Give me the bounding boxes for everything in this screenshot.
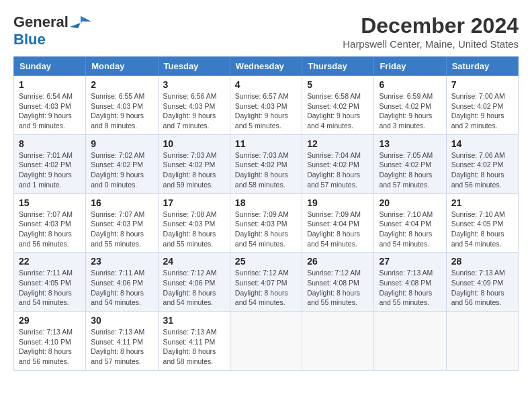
day-info: Sunrise: 7:11 AMSunset: 4:06 PMDaylight:… [91,268,152,308]
calendar-week-1: 1Sunrise: 6:54 AMSunset: 4:03 PMDaylight… [14,76,519,135]
calendar-cell: 17Sunrise: 7:08 AMSunset: 4:03 PMDayligh… [158,193,230,253]
calendar-cell: 20Sunrise: 7:10 AMSunset: 4:04 PMDayligh… [374,193,446,253]
calendar-cell [230,312,302,371]
bird-icon [70,15,91,30]
day-number: 14 [451,138,513,149]
calendar-cell [374,312,446,371]
calendar-cell: 8Sunrise: 7:01 AMSunset: 4:02 PMDaylight… [14,134,86,193]
calendar-cell: 24Sunrise: 7:12 AMSunset: 4:06 PMDayligh… [158,253,230,312]
day-info: Sunrise: 7:03 AMSunset: 4:02 PMDaylight:… [235,150,297,190]
weekday-header-saturday: Saturday [446,57,518,76]
weekday-header-friday: Friday [374,57,446,76]
day-number: 13 [379,138,441,149]
day-number: 18 [235,197,297,208]
day-number: 19 [307,197,369,208]
day-info: Sunrise: 7:13 AMSunset: 4:11 PMDaylight:… [91,327,152,367]
day-number: 25 [235,256,297,267]
weekday-header-tuesday: Tuesday [158,57,230,76]
calendar-cell: 4Sunrise: 6:57 AMSunset: 4:03 PMDaylight… [230,76,302,135]
day-number: 1 [19,79,81,90]
calendar-cell: 27Sunrise: 7:13 AMSunset: 4:08 PMDayligh… [374,253,446,312]
day-info: Sunrise: 7:12 AMSunset: 4:07 PMDaylight:… [235,268,297,308]
calendar-week-4: 22Sunrise: 7:11 AMSunset: 4:05 PMDayligh… [14,253,519,312]
day-number: 21 [451,197,513,208]
day-number: 3 [163,79,225,90]
month-title: December 2024 [343,13,519,38]
calendar-week-3: 15Sunrise: 7:07 AMSunset: 4:03 PMDayligh… [14,193,519,253]
calendar-cell: 10Sunrise: 7:03 AMSunset: 4:02 PMDayligh… [158,134,230,193]
weekday-header-wednesday: Wednesday [230,57,302,76]
day-info: Sunrise: 7:07 AMSunset: 4:03 PMDaylight:… [19,210,81,249]
calendar-cell: 29Sunrise: 7:13 AMSunset: 4:10 PMDayligh… [14,312,86,371]
day-info: Sunrise: 7:10 AMSunset: 4:04 PMDaylight:… [379,210,441,249]
day-info: Sunrise: 6:57 AMSunset: 4:03 PMDaylight:… [235,91,297,131]
day-info: Sunrise: 6:56 AMSunset: 4:03 PMDaylight:… [163,91,225,131]
calendar-cell: 13Sunrise: 7:05 AMSunset: 4:02 PMDayligh… [374,134,446,193]
day-info: Sunrise: 7:12 AMSunset: 4:06 PMDaylight:… [163,268,225,308]
day-number: 24 [163,256,225,267]
day-number: 12 [307,138,369,149]
calendar-cell: 16Sunrise: 7:07 AMSunset: 4:03 PMDayligh… [86,193,158,253]
day-info: Sunrise: 7:06 AMSunset: 4:02 PMDaylight:… [451,150,513,190]
day-info: Sunrise: 7:01 AMSunset: 4:02 PMDaylight:… [19,150,81,190]
day-number: 31 [163,315,225,326]
day-info: Sunrise: 7:03 AMSunset: 4:02 PMDaylight:… [163,150,225,190]
day-number: 7 [451,79,513,90]
day-number: 5 [307,79,369,90]
calendar-cell: 31Sunrise: 7:13 AMSunset: 4:11 PMDayligh… [158,312,230,371]
svg-marker-2 [70,23,81,28]
calendar-cell: 5Sunrise: 6:58 AMSunset: 4:02 PMDaylight… [302,76,374,135]
title-section: December 2024 Harpswell Center, Maine, U… [343,13,519,50]
day-number: 4 [235,79,297,90]
day-info: Sunrise: 6:59 AMSunset: 4:02 PMDaylight:… [379,91,441,131]
calendar-cell: 6Sunrise: 6:59 AMSunset: 4:02 PMDaylight… [374,76,446,135]
day-info: Sunrise: 7:09 AMSunset: 4:03 PMDaylight:… [235,210,297,249]
day-number: 16 [91,197,152,208]
weekday-header-monday: Monday [86,57,158,76]
calendar-cell: 26Sunrise: 7:12 AMSunset: 4:08 PMDayligh… [302,253,374,312]
day-number: 28 [451,256,513,267]
calendar-cell: 3Sunrise: 6:56 AMSunset: 4:03 PMDaylight… [158,76,230,135]
calendar-cell: 30Sunrise: 7:13 AMSunset: 4:11 PMDayligh… [86,312,158,371]
calendar-cell: 22Sunrise: 7:11 AMSunset: 4:05 PMDayligh… [14,253,86,312]
day-info: Sunrise: 7:13 AMSunset: 4:11 PMDaylight:… [163,327,225,367]
day-info: Sunrise: 6:55 AMSunset: 4:03 PMDaylight:… [91,91,152,131]
day-info: Sunrise: 7:04 AMSunset: 4:02 PMDaylight:… [307,150,369,190]
day-number: 8 [19,138,81,149]
day-number: 15 [19,197,81,208]
weekday-header-thursday: Thursday [302,57,374,76]
page-header: General Blue December 2024 Harpswell Cen… [13,13,519,50]
day-number: 29 [19,315,81,326]
day-info: Sunrise: 7:09 AMSunset: 4:04 PMDaylight:… [307,210,369,249]
day-info: Sunrise: 7:13 AMSunset: 4:09 PMDaylight:… [451,268,513,308]
location-subtitle: Harpswell Center, Maine, United States [343,38,519,50]
calendar-cell: 28Sunrise: 7:13 AMSunset: 4:09 PMDayligh… [446,253,518,312]
logo-blue-text: Blue [13,31,46,48]
day-info: Sunrise: 7:12 AMSunset: 4:08 PMDaylight:… [307,268,369,308]
logo: General Blue [13,13,91,48]
day-info: Sunrise: 7:00 AMSunset: 4:02 PMDaylight:… [451,91,513,131]
day-number: 20 [379,197,441,208]
calendar-cell [446,312,518,371]
calendar-cell: 2Sunrise: 6:55 AMSunset: 4:03 PMDaylight… [86,76,158,135]
day-number: 11 [235,138,297,149]
calendar-week-5: 29Sunrise: 7:13 AMSunset: 4:10 PMDayligh… [14,312,519,371]
day-number: 27 [379,256,441,267]
calendar-cell: 25Sunrise: 7:12 AMSunset: 4:07 PMDayligh… [230,253,302,312]
day-info: Sunrise: 7:02 AMSunset: 4:02 PMDaylight:… [91,150,152,190]
day-number: 17 [163,197,225,208]
day-number: 22 [19,256,81,267]
calendar-cell [302,312,374,371]
day-info: Sunrise: 7:11 AMSunset: 4:05 PMDaylight:… [19,268,81,308]
day-info: Sunrise: 7:07 AMSunset: 4:03 PMDaylight:… [91,210,152,249]
calendar-table: SundayMondayTuesdayWednesdayThursdayFrid… [13,56,519,371]
calendar-cell: 7Sunrise: 7:00 AMSunset: 4:02 PMDaylight… [446,76,518,135]
calendar-cell: 11Sunrise: 7:03 AMSunset: 4:02 PMDayligh… [230,134,302,193]
day-number: 30 [91,315,152,326]
calendar-cell: 21Sunrise: 7:10 AMSunset: 4:05 PMDayligh… [446,193,518,253]
weekday-header-row: SundayMondayTuesdayWednesdayThursdayFrid… [14,57,519,76]
day-number: 2 [91,79,152,90]
calendar-cell: 15Sunrise: 7:07 AMSunset: 4:03 PMDayligh… [14,193,86,253]
calendar-week-2: 8Sunrise: 7:01 AMSunset: 4:02 PMDaylight… [14,134,519,193]
day-info: Sunrise: 7:10 AMSunset: 4:05 PMDaylight:… [451,210,513,249]
